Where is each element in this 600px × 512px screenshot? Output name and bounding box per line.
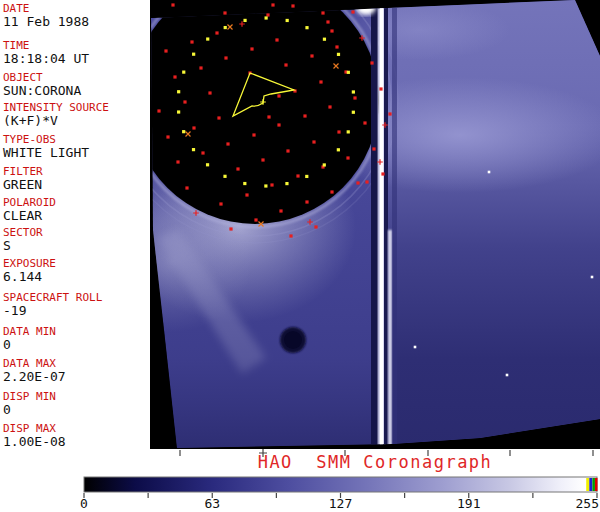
metadata-field-polaroid: POLAROIDCLEAR: [3, 197, 56, 223]
metadata-field-time: TIME18:18:04 UT: [3, 40, 89, 66]
field-value: -19: [3, 304, 102, 318]
metadata-field-object: OBJECTSUN:CORONA: [3, 72, 81, 98]
metadata-panel: DATE11 Feb 1988TIME18:18:04 UTOBJECTSUN:…: [0, 0, 150, 449]
field-value: (K+F)*V: [3, 114, 109, 128]
field-value: S: [3, 239, 43, 253]
field-value: 2.20E-07: [3, 370, 66, 384]
field-label: DATA MIN: [3, 326, 56, 338]
field-value: 6.144: [3, 270, 56, 284]
metadata-field-disp-max: DISP MAX1.00E-08: [3, 423, 66, 449]
colorbar-tick-label: 127: [329, 496, 352, 511]
colorbar-tick-label: 255: [576, 496, 599, 511]
metadata-field-spacecraft-roll: SPACECRAFT ROLL-19: [3, 292, 102, 318]
field-value: WHITE LIGHT: [3, 146, 89, 160]
colorbar-tick-label: 63: [204, 496, 220, 511]
field-value: CLEAR: [3, 209, 56, 223]
metadata-field-data-min: DATA MIN0: [3, 326, 56, 352]
field-value: 1.00E-08: [3, 435, 66, 449]
metadata-field-disp-min: DISP MIN0: [3, 391, 56, 417]
metadata-field-sector: SECTORS: [3, 227, 43, 253]
metadata-field-date: DATE11 Feb 1988: [3, 3, 89, 29]
metadata-field-filter: FILTERGREEN: [3, 166, 43, 192]
field-value: 11 Feb 1988: [3, 15, 89, 29]
colorbar-tick-label: 0: [80, 496, 88, 511]
field-value: 0: [3, 338, 56, 352]
field-value: 0: [3, 403, 56, 417]
metadata-field-type-obs: TYPE-OBSWHITE LIGHT: [3, 134, 89, 160]
field-value: 18:18:04 UT: [3, 52, 89, 66]
colorbar-tick-label: 191: [457, 496, 480, 511]
field-value: GREEN: [3, 178, 43, 192]
viewer-window: DATE11 Feb 1988TIME18:18:04 UTOBJECTSUN:…: [0, 0, 600, 512]
colorbar: [84, 477, 598, 498]
colorbar-labels: 063127191255: [0, 496, 600, 512]
image-title: HAO SMM Coronagraph: [150, 452, 600, 472]
metadata-field-intensity-source: INTENSITY SOURCE(K+F)*V: [3, 102, 109, 128]
metadata-field-exposure: EXPOSURE6.144: [3, 258, 56, 284]
field-label: DISP MIN: [3, 391, 56, 403]
field-value: SUN:CORONA: [3, 84, 81, 98]
metadata-field-data-max: DATA MAX2.20E-07: [3, 358, 66, 384]
